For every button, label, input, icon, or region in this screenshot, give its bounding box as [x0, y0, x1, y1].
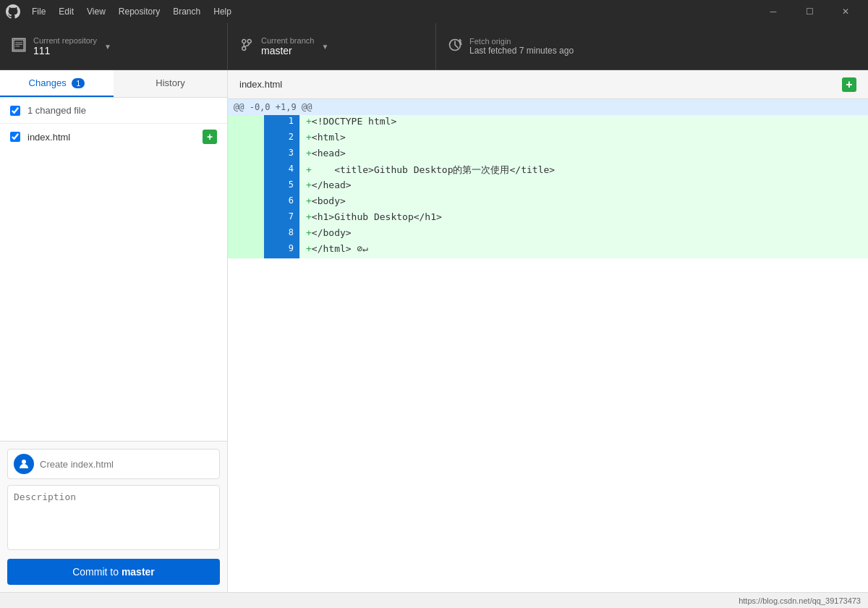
file-checkbox[interactable]	[10, 132, 20, 142]
fetch-icon	[448, 38, 462, 55]
branch-label: Current branch	[261, 36, 314, 45]
line-num-old	[228, 179, 264, 195]
svg-point-7	[242, 40, 246, 43]
line-content: +</body>	[300, 227, 868, 242]
commit-area: Commit to master	[0, 441, 227, 592]
repository-info: Current repository 111	[33, 36, 97, 56]
branch-icon	[239, 38, 254, 55]
diff-content: @@ -0,0 +1,9 @@ 1+<!DOCTYPE html>2+<html…	[228, 99, 868, 592]
line-num-new: 3	[264, 147, 300, 163]
line-content: +<body>	[300, 195, 868, 211]
fetch-sub: Last fetched 7 minutes ago	[469, 46, 574, 56]
tab-history[interactable]: History	[114, 70, 227, 97]
fetch-label: Fetch origin	[469, 37, 574, 46]
svg-rect-5	[15, 44, 22, 45]
avatar	[14, 454, 34, 474]
table-row: 5+</head>	[228, 179, 868, 195]
svg-rect-1	[14, 40, 14, 51]
table-row: 6+<body>	[228, 195, 868, 211]
line-content: +<!DOCTYPE html>	[300, 115, 868, 131]
branch-info: Current branch master	[261, 36, 314, 56]
line-num-old	[228, 163, 264, 179]
menu-bar: File Edit View Repository Branch Help	[26, 4, 757, 20]
diff-lines: 1+<!DOCTYPE html>2+<html>3+<head>4+ <tit…	[228, 115, 868, 258]
add-file-icon[interactable]: +	[842, 77, 856, 92]
file-name: index.html	[27, 132, 203, 143]
svg-rect-2	[14, 49, 25, 50]
menu-repository[interactable]: Repository	[113, 4, 166, 20]
select-all-checkbox[interactable]	[10, 106, 20, 116]
commit-button[interactable]: Commit to master	[7, 559, 220, 585]
line-content: +</html> ⊘↵	[300, 242, 868, 258]
diff-hunk-header: @@ -0,0 +1,9 @@	[228, 99, 868, 115]
repository-name: 111	[33, 45, 97, 56]
fetch-origin-section[interactable]: Fetch origin Last fetched 7 minutes ago	[436, 23, 868, 69]
current-repository-section[interactable]: Current repository 111 ▼	[0, 23, 228, 69]
repository-icon	[12, 38, 26, 55]
branch-chevron-icon: ▼	[321, 43, 328, 51]
line-content: +<html>	[300, 131, 868, 147]
table-row: 2+<html>	[228, 131, 868, 147]
svg-point-12	[22, 460, 26, 464]
line-num-old	[228, 242, 264, 258]
line-num-old	[228, 131, 264, 147]
commit-description-input[interactable]	[7, 485, 220, 550]
svg-rect-0	[14, 40, 25, 41]
close-button[interactable]: ✕	[829, 0, 862, 23]
line-num-new: 7	[264, 211, 300, 227]
line-content: +<head>	[300, 147, 868, 163]
table-row: 4+ <title>Github Desktop的第一次使用</title>	[228, 163, 868, 179]
svg-point-8	[242, 47, 246, 51]
repository-chevron-icon: ▼	[104, 43, 111, 51]
file-added-icon: +	[203, 130, 217, 144]
table-row: 9+</html> ⊘↵	[228, 242, 868, 258]
line-num-new: 6	[264, 195, 300, 211]
line-num-new: 5	[264, 179, 300, 195]
window-controls: ─ ☐ ✕	[757, 0, 862, 23]
maximize-button[interactable]: ☐	[793, 0, 826, 23]
github-logo-icon	[6, 4, 20, 19]
current-branch-section[interactable]: Current branch master ▼	[228, 23, 436, 69]
table-row: 7+<h1>Github Desktop</h1>	[228, 211, 868, 227]
line-num-old	[228, 115, 264, 131]
statusbar-url: https://blog.csdn.net/qq_39173473	[739, 596, 861, 605]
menu-help[interactable]: Help	[208, 4, 237, 20]
table-row: 8+</body>	[228, 227, 868, 242]
line-num-new: 2	[264, 131, 300, 147]
titlebar: File Edit View Repository Branch Help ─ …	[0, 0, 868, 23]
line-num-new: 1	[264, 115, 300, 131]
svg-point-9	[247, 40, 251, 43]
diff-header: index.html +	[228, 70, 868, 99]
tab-changes[interactable]: Changes 1	[0, 70, 114, 97]
commit-summary-input[interactable]	[40, 459, 213, 470]
sidebar-tabs: Changes 1 History	[0, 70, 227, 98]
minimize-button[interactable]: ─	[757, 0, 790, 23]
diff-file-path: index.html	[239, 79, 842, 90]
diff-view: index.html + @@ -0,0 +1,9 @@ 1+<!DOCTYPE…	[228, 70, 868, 592]
file-list: index.html +	[0, 124, 227, 441]
statusbar: https://blog.csdn.net/qq_39173473	[0, 592, 868, 608]
menu-view[interactable]: View	[81, 4, 111, 20]
table-row: 1+<!DOCTYPE html>	[228, 115, 868, 131]
changed-files-header: 1 changed file	[0, 98, 227, 124]
svg-rect-4	[15, 42, 22, 43]
changed-files-count: 1 changed file	[27, 105, 86, 116]
svg-rect-3	[23, 40, 24, 51]
line-content: +</head>	[300, 179, 868, 195]
changes-badge: 1	[72, 78, 85, 88]
list-item[interactable]: index.html +	[0, 124, 227, 150]
commit-summary-row	[7, 449, 220, 479]
main-content: Changes 1 History 1 changed file index.h…	[0, 70, 868, 592]
menu-branch[interactable]: Branch	[167, 4, 206, 20]
branch-name: master	[261, 45, 314, 56]
svg-rect-6	[15, 46, 20, 46]
sidebar: Changes 1 History 1 changed file index.h…	[0, 70, 228, 592]
toolbar: Current repository 111 ▼ Current branch …	[0, 23, 868, 70]
fetch-info: Fetch origin Last fetched 7 minutes ago	[469, 37, 574, 56]
line-num-new: 8	[264, 227, 300, 242]
menu-edit[interactable]: Edit	[53, 4, 80, 20]
line-num-old	[228, 211, 264, 227]
line-content: +<h1>Github Desktop</h1>	[300, 211, 868, 227]
line-num-new: 4	[264, 163, 300, 179]
menu-file[interactable]: File	[26, 4, 51, 20]
